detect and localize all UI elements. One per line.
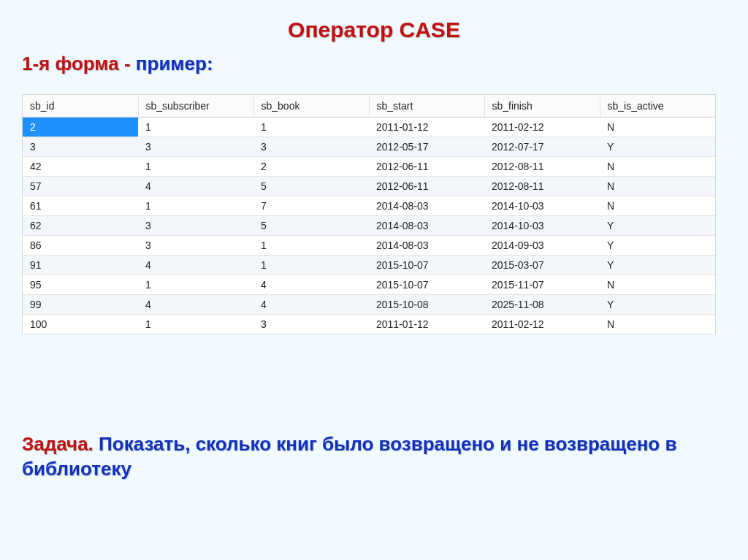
data-table: sb_id sb_subscriber sb_book sb_start sb_… [23, 95, 715, 334]
col-header: sb_start [369, 95, 484, 118]
table-cell: N [600, 315, 715, 334]
table-body: 2112011-01-122011-02-12N3332012-05-17201… [23, 118, 715, 334]
table-cell: N [600, 157, 715, 177]
table-cell: 2012-08-11 [484, 177, 600, 196]
table-cell: 2014-08-03 [369, 216, 484, 236]
table-cell: 2012-06-11 [369, 177, 484, 196]
table-cell: 57 [23, 177, 138, 196]
table-cell: 2012-06-11 [369, 157, 484, 177]
table-cell: 2015-10-08 [369, 295, 484, 315]
table-cell: 2 [23, 118, 138, 137]
table-cell: 4 [253, 275, 369, 295]
table-cell: 7 [253, 196, 369, 216]
table-cell: 3 [253, 315, 369, 334]
table-cell: 3 [138, 216, 253, 236]
table-cell: 3 [138, 137, 253, 157]
table-cell: 2014-10-03 [484, 196, 600, 216]
col-header: sb_subscriber [138, 95, 253, 118]
table-cell: 3 [23, 137, 138, 157]
table-cell: 1 [138, 196, 253, 216]
table-cell: 2 [253, 157, 369, 177]
table-cell: 1 [138, 315, 253, 334]
task-label: Задача. [22, 433, 99, 455]
data-table-container: sb_id sb_subscriber sb_book sb_start sb_… [22, 94, 716, 334]
table-cell: 4 [138, 177, 253, 196]
table-row: 2112011-01-122011-02-12N [23, 118, 715, 137]
table-cell: N [600, 275, 715, 295]
table-row: 95142015-10-072015-11-07N [23, 275, 715, 295]
table-cell: N [600, 196, 715, 216]
table-cell: 2011-01-12 [369, 118, 484, 137]
table-cell: 2012-08-11 [484, 157, 600, 177]
col-header: sb_book [253, 95, 369, 118]
table-cell: 2015-10-07 [369, 275, 484, 295]
table-cell: 100 [23, 315, 138, 334]
table-cell: 42 [23, 157, 138, 177]
table-row: 62352014-08-032014-10-03Y [23, 216, 715, 236]
table-cell: 1 [138, 157, 253, 177]
table-cell: 2014-08-03 [369, 196, 484, 216]
table-header-row: sb_id sb_subscriber sb_book sb_start sb_… [23, 95, 715, 118]
table-cell: 86 [23, 236, 138, 256]
table-row: 86312014-08-032014-09-03Y [23, 236, 715, 256]
table-cell: 2014-08-03 [369, 236, 484, 256]
table-cell: N [600, 118, 715, 137]
table-cell: 2011-01-12 [369, 315, 484, 334]
table-row: 91412015-10-072015-03-07Y [23, 256, 715, 275]
table-cell: 99 [23, 295, 138, 315]
table-row: 57452012-06-112012-08-11N [23, 177, 715, 196]
table-cell: 3 [138, 236, 253, 256]
table-cell: 2012-05-17 [369, 137, 484, 157]
table-cell: 1 [138, 118, 253, 137]
slide: Оператор CASE 1-я форма - пример: sb_id … [0, 0, 748, 560]
table-cell: Y [600, 137, 715, 157]
table-cell: 2014-10-03 [484, 216, 600, 236]
table-cell: 2015-03-07 [484, 256, 600, 275]
table-cell: 62 [23, 216, 138, 236]
col-header: sb_finish [484, 95, 600, 118]
table-cell: 5 [253, 177, 369, 196]
table-row: 99442015-10-082025-11-08Y [23, 295, 715, 315]
table-cell: 2012-07-17 [484, 137, 600, 157]
col-header: sb_id [23, 95, 138, 118]
table-row: 100132011-01-122011-02-12N [23, 315, 715, 334]
task-text: Задача. Показать, сколько книг было возв… [22, 432, 726, 482]
table-cell: 1 [138, 275, 253, 295]
table-cell: 2015-11-07 [484, 275, 600, 295]
table-cell: 91 [23, 256, 138, 275]
subtitle-part-b: пример: [136, 53, 213, 74]
subtitle: 1-я форма - пример: [22, 53, 726, 75]
table-row: 61172014-08-032014-10-03N [23, 196, 715, 216]
table-row: 42122012-06-112012-08-11N [23, 157, 715, 177]
table-cell: 2011-02-12 [484, 118, 600, 137]
table-cell: 2015-10-07 [369, 256, 484, 275]
table-cell: 5 [253, 216, 369, 236]
table-cell: 61 [23, 196, 138, 216]
table-cell: 1 [253, 118, 369, 137]
task-body: Показать, сколько книг было возвращено и… [22, 433, 676, 480]
subtitle-part-a: 1-я форма - [22, 53, 136, 74]
page-title: Оператор CASE [22, 18, 726, 42]
table-cell: 2014-09-03 [484, 236, 600, 256]
table-cell: 95 [23, 275, 138, 295]
table-row: 3332012-05-172012-07-17Y [23, 137, 715, 157]
table-cell: 1 [253, 236, 369, 256]
table-cell: 4 [253, 295, 369, 315]
table-cell: 4 [138, 295, 253, 315]
table-cell: 1 [253, 256, 369, 275]
table-cell: Y [600, 236, 715, 256]
table-cell: 2025-11-08 [484, 295, 600, 315]
table-cell: N [600, 177, 715, 196]
table-cell: 3 [253, 137, 369, 157]
table-cell: Y [600, 256, 715, 275]
col-header: sb_is_active [600, 95, 715, 118]
table-cell: Y [600, 216, 715, 236]
table-cell: 4 [138, 256, 253, 275]
table-cell: 2011-02-12 [484, 315, 600, 334]
table-cell: Y [600, 295, 715, 315]
